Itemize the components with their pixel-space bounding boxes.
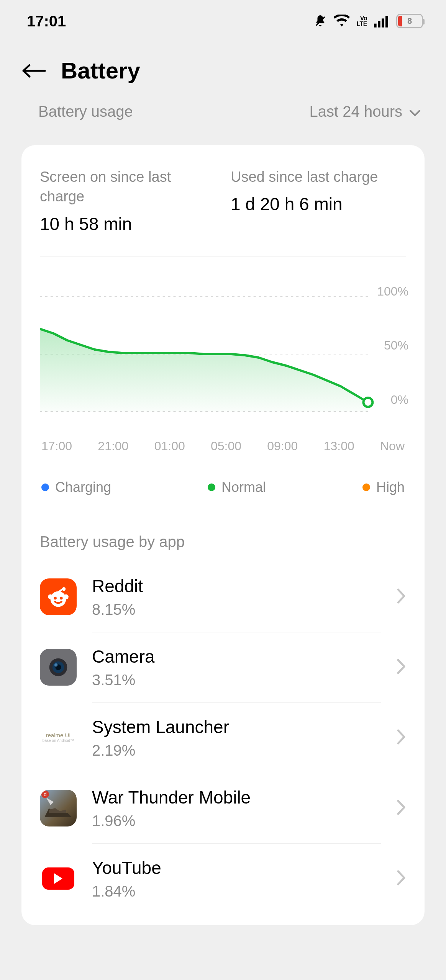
- stat-screen-on: Screen on since last charge 10 h 58 min: [40, 167, 215, 234]
- legend-high: High: [362, 479, 405, 495]
- chevron-right-icon: [396, 729, 406, 746]
- app-percent: 1.96%: [92, 812, 381, 830]
- app-name: YouTube: [92, 858, 381, 878]
- app-name: Camera: [92, 646, 381, 667]
- chevron-right-icon: [396, 799, 406, 817]
- war-thunder-icon: d: [40, 790, 77, 826]
- svg-point-7: [363, 398, 372, 407]
- svg-point-9: [48, 595, 53, 599]
- by-app-title: Battery usage by app: [40, 533, 406, 550]
- volte-icon: VoLTE: [356, 15, 367, 27]
- page-header: Battery: [0, 38, 446, 111]
- app-row-youtube[interactable]: YouTube 1.84%: [40, 843, 406, 914]
- svg-point-12: [54, 597, 57, 600]
- reddit-icon: [40, 578, 77, 615]
- battery-usage-section-header: Battery usage Last 24 hours: [0, 103, 446, 131]
- stat-value: 10 h 58 min: [40, 214, 215, 234]
- svg-point-8: [51, 591, 66, 607]
- svg-rect-2: [382, 18, 384, 27]
- app-percent: 1.84%: [92, 883, 381, 900]
- battery-chart-svg: [40, 258, 406, 434]
- chart-legend: Charging Normal High: [40, 479, 406, 506]
- stat-value: 1 d 20 h 6 min: [231, 194, 406, 214]
- chevron-right-icon: [396, 658, 406, 676]
- youtube-icon: [40, 860, 77, 897]
- camera-icon: [40, 649, 77, 686]
- wifi-icon: [334, 15, 349, 28]
- app-list: Reddit 8.15% Camera 3.51% realme UI base: [40, 562, 406, 914]
- chevron-right-icon: [396, 588, 406, 606]
- time-range-dropdown[interactable]: Last 24 hours: [310, 103, 421, 120]
- stats-row: Screen on since last charge 10 h 58 min …: [40, 167, 406, 234]
- app-row-reddit[interactable]: Reddit 8.15%: [40, 562, 406, 632]
- stat-label: Used since last charge: [231, 167, 406, 187]
- svg-point-17: [54, 663, 57, 666]
- time-range-value: Last 24 hours: [310, 103, 402, 120]
- section-label: Battery usage: [38, 103, 133, 120]
- dot-icon: [41, 483, 49, 491]
- stat-used-since: Used since last charge 1 d 20 h 6 min: [231, 167, 406, 234]
- status-bar: 17:01 VoLTE 8: [0, 0, 446, 38]
- mute-icon: [313, 14, 327, 28]
- battery-chart: 100% 50% 0% 17:00 21:00 01:00 05:00 09:0…: [40, 258, 406, 453]
- stat-label: Screen on since last charge: [40, 167, 215, 207]
- battery-card: Screen on since last charge 10 h 58 min …: [21, 145, 425, 925]
- svg-rect-1: [378, 21, 380, 28]
- chevron-down-icon: [409, 103, 421, 120]
- app-row-camera[interactable]: Camera 3.51%: [40, 632, 406, 702]
- chevron-right-icon: [396, 870, 406, 887]
- chart-y-axis: 100% 50% 0%: [377, 284, 408, 407]
- svg-point-10: [64, 595, 69, 599]
- dot-icon: [362, 483, 370, 491]
- app-name: System Launcher: [92, 717, 381, 737]
- app-percent: 3.51%: [92, 671, 381, 689]
- app-name: War Thunder Mobile: [92, 787, 381, 808]
- status-icons: VoLTE 8: [313, 14, 423, 28]
- dot-icon: [208, 483, 215, 491]
- page-title: Battery: [61, 57, 140, 84]
- battery-icon: 8: [396, 14, 423, 28]
- svg-point-13: [60, 597, 63, 600]
- legend-normal: Normal: [208, 479, 266, 495]
- svg-rect-0: [374, 24, 377, 28]
- legend-charging: Charging: [41, 479, 111, 495]
- app-name: Reddit: [92, 576, 381, 596]
- app-percent: 8.15%: [92, 601, 381, 618]
- chart-x-axis: 17:00 21:00 01:00 05:00 09:00 13:00 Now: [40, 439, 406, 453]
- back-button[interactable]: [21, 62, 47, 79]
- app-row-war-thunder[interactable]: d War Thunder Mobile 1.96%: [40, 773, 406, 843]
- app-row-system-launcher[interactable]: realme UI base on Android™ System Launch…: [40, 702, 406, 773]
- realme-ui-icon: realme UI base on Android™: [40, 719, 77, 756]
- svg-rect-3: [385, 16, 388, 28]
- battery-percent: 8: [397, 16, 422, 26]
- signal-icon: [374, 15, 389, 28]
- status-time: 17:01: [27, 13, 66, 30]
- app-percent: 2.19%: [92, 742, 381, 759]
